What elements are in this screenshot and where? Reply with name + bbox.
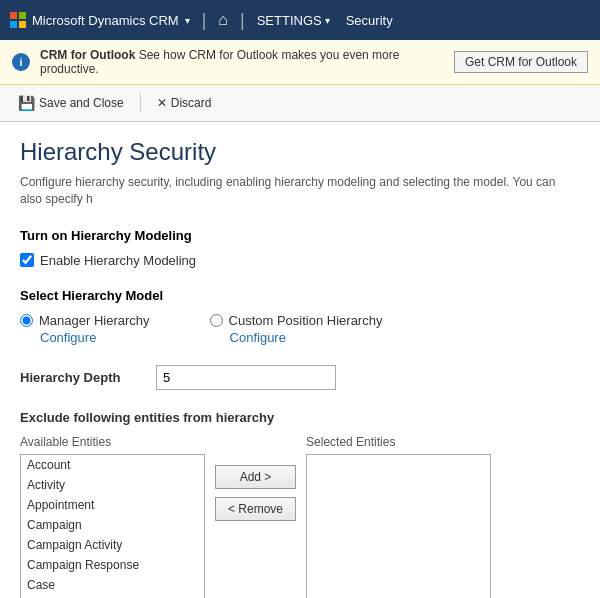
available-entities-list: Account Activity Appointment Campaign Ca… [21, 455, 204, 598]
manager-hierarchy-label[interactable]: Manager Hierarchy [39, 313, 150, 328]
entities-container: Available Entities Account Activity Appo… [20, 435, 580, 598]
enable-hierarchy-row: Enable Hierarchy Modeling [20, 253, 580, 268]
svg-rect-0 [10, 12, 17, 19]
hierarchy-depth-input[interactable] [156, 365, 336, 390]
crm-banner-text: CRM for Outlook See how CRM for Outlook … [40, 48, 444, 76]
entity-item-appointment[interactable]: Appointment [21, 495, 204, 515]
manager-configure-link[interactable]: Configure [40, 330, 150, 345]
custom-position-row: Custom Position Hierarchy [210, 313, 383, 328]
nav-divider-2: | [240, 10, 245, 31]
hierarchy-modeling-header: Turn on Hierarchy Modeling [20, 228, 580, 243]
crm-banner: i CRM for Outlook See how CRM for Outloo… [0, 40, 600, 85]
get-crm-outlook-button[interactable]: Get CRM for Outlook [454, 51, 588, 73]
page-title: Hierarchy Security [20, 138, 580, 166]
svg-rect-3 [19, 21, 26, 28]
entities-section-header: Exclude following entities from hierarch… [20, 410, 580, 425]
nav-settings-menu[interactable]: SETTINGS ▾ [257, 13, 330, 28]
svg-rect-2 [10, 21, 17, 28]
available-entities-wrapper: Available Entities Account Activity Appo… [20, 435, 205, 598]
selected-entities-label: Selected Entities [306, 435, 491, 449]
hierarchy-depth-row: Hierarchy Depth [20, 365, 580, 390]
select-model-header: Select Hierarchy Model [20, 288, 580, 303]
custom-configure-link[interactable]: Configure [230, 330, 383, 345]
svg-rect-1 [19, 12, 26, 19]
enable-hierarchy-label[interactable]: Enable Hierarchy Modeling [40, 253, 196, 268]
nav-divider-1: | [202, 10, 207, 31]
entity-item-campaign[interactable]: Campaign [21, 515, 204, 535]
nav-home-button[interactable]: ⌂ [218, 11, 228, 29]
manager-hierarchy-row: Manager Hierarchy [20, 313, 150, 328]
available-entities-listbox[interactable]: Account Activity Appointment Campaign Ca… [20, 454, 205, 598]
discard-button[interactable]: ✕ Discard [149, 92, 220, 114]
nav-logo-chevron[interactable]: ▾ [185, 15, 190, 26]
enable-hierarchy-checkbox[interactable] [20, 253, 34, 267]
nav-settings-label: SETTINGS [257, 13, 322, 28]
hierarchy-depth-label: Hierarchy Depth [20, 370, 140, 385]
custom-position-option: Custom Position Hierarchy Configure [210, 313, 383, 345]
discard-icon: ✕ [157, 96, 167, 110]
main-content: Hierarchy Security Configure hierarchy s… [0, 122, 600, 598]
page-description: Configure hierarchy security, including … [20, 174, 580, 208]
remove-button[interactable]: < Remove [215, 497, 296, 521]
entity-item-case-creation-rule[interactable]: Case Creation Rule [21, 595, 204, 598]
manager-hierarchy-radio[interactable] [20, 314, 33, 327]
entity-item-campaign-response[interactable]: Campaign Response [21, 555, 204, 575]
nav-logo-text: Microsoft Dynamics CRM [32, 13, 179, 28]
entity-item-campaign-activity[interactable]: Campaign Activity [21, 535, 204, 555]
save-close-label: Save and Close [39, 96, 124, 110]
save-icon: 💾 [18, 95, 35, 111]
entity-item-account[interactable]: Account [21, 455, 204, 475]
custom-position-radio[interactable] [210, 314, 223, 327]
nav-bar: Microsoft Dynamics CRM ▾ | ⌂ | SETTINGS … [0, 0, 600, 40]
toolbar: 💾 Save and Close ✕ Discard [0, 85, 600, 122]
add-button[interactable]: Add > [215, 465, 296, 489]
radio-group: Manager Hierarchy Configure Custom Posit… [20, 313, 580, 345]
toolbar-separator [140, 93, 141, 113]
info-icon: i [12, 53, 30, 71]
entity-item-case[interactable]: Case [21, 575, 204, 595]
nav-security-label: Security [346, 13, 393, 28]
selected-entities-listbox[interactable] [306, 454, 491, 598]
entity-item-activity[interactable]: Activity [21, 475, 204, 495]
ms-logo-icon [10, 12, 26, 28]
nav-logo[interactable]: Microsoft Dynamics CRM ▾ [10, 12, 190, 28]
available-entities-label: Available Entities [20, 435, 205, 449]
save-and-close-button[interactable]: 💾 Save and Close [10, 91, 132, 115]
custom-position-label[interactable]: Custom Position Hierarchy [229, 313, 383, 328]
action-buttons: Add > < Remove [215, 435, 296, 521]
discard-label: Discard [171, 96, 212, 110]
nav-settings-chevron: ▾ [325, 15, 330, 26]
selected-entities-wrapper: Selected Entities [306, 435, 491, 598]
manager-hierarchy-option: Manager Hierarchy Configure [20, 313, 150, 345]
